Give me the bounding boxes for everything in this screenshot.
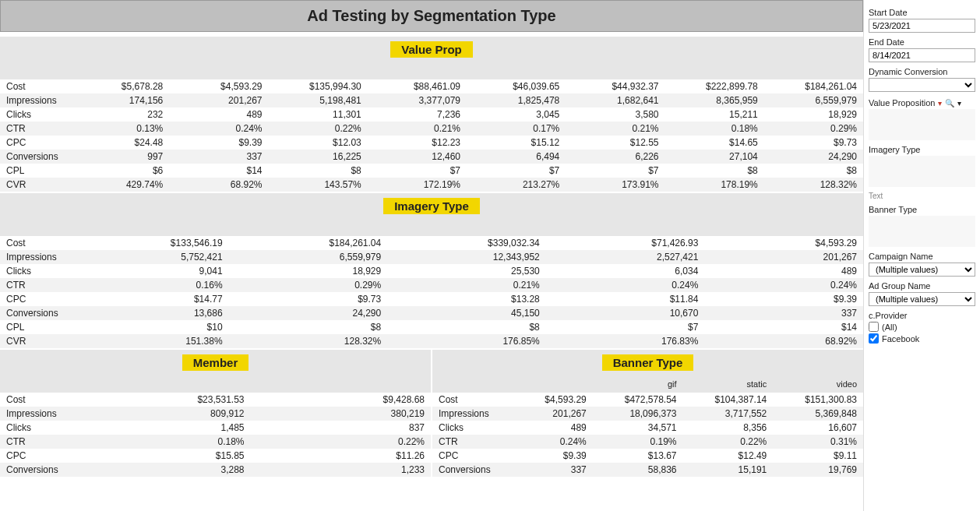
- metric-value: 174,156: [70, 93, 169, 107]
- metric-value: 5,198,481: [269, 93, 368, 107]
- metric-value: 12,460: [368, 150, 467, 164]
- filter-icon[interactable]: ▾: [938, 99, 942, 107]
- metric-label: Cost: [432, 393, 502, 407]
- table-row: Conversions3,2881,233: [0, 463, 431, 477]
- metric-value: 172.19%: [368, 178, 467, 192]
- table-row: Clicks1,485837: [0, 421, 431, 435]
- table-row: Impressions201,26718,096,3733,717,5525,3…: [432, 407, 863, 421]
- metric-value: 232: [70, 107, 169, 122]
- metric-value: 0.29%: [764, 122, 863, 136]
- metric-value: 0.13%: [70, 122, 169, 136]
- metric-value: 15,191: [683, 463, 774, 477]
- metric-value: $10: [70, 320, 229, 334]
- table-row: Impressions174,156201,2675,198,4813,377,…: [0, 93, 863, 107]
- metric-value: $71,426.93: [546, 236, 705, 250]
- table-row: Cost$23,531.53$9,428.68: [0, 393, 431, 407]
- table-row: CPL$6$14$8$7$7$7$8$8: [0, 164, 863, 178]
- value-proposition-box[interactable]: [869, 109, 975, 140]
- metric-value: 0.21%: [387, 278, 546, 292]
- metric-value: 3,717,552: [683, 407, 774, 421]
- metric-value: 16,607: [773, 421, 863, 435]
- metric-value: $13.67: [593, 449, 683, 463]
- metric-value: $222,899.78: [665, 79, 764, 93]
- imagery-type-box[interactable]: [869, 156, 975, 187]
- table-row: CPC$15.85$11.26: [0, 449, 431, 463]
- metric-value: 489: [704, 264, 863, 278]
- metric-value: $8: [764, 164, 863, 178]
- banner-type-box[interactable]: [869, 216, 975, 247]
- chevron-down-icon[interactable]: ▾: [957, 99, 961, 107]
- metric-value: $151,300.83: [773, 393, 863, 407]
- metric-value: $13.28: [387, 292, 546, 306]
- metric-value: $12.55: [566, 136, 664, 150]
- metric-label: Conversions: [432, 463, 502, 477]
- metric-value: 176.85%: [387, 334, 546, 348]
- metric-value: $184,261.04: [764, 79, 863, 93]
- dynamic-conversion-select[interactable]: [869, 78, 975, 92]
- metric-value: 12,343,952: [387, 250, 546, 264]
- metric-label: CPC: [0, 449, 70, 463]
- metric-value: 3,045: [467, 107, 566, 122]
- campaign-name-select[interactable]: (Multiple values): [869, 263, 975, 277]
- metric-value: $8: [387, 320, 546, 334]
- start-date-label: Start Date: [869, 8, 975, 17]
- metric-value: 6,494: [467, 150, 566, 164]
- metric-value: 0.22%: [683, 435, 774, 449]
- metric-value: $8: [269, 164, 368, 178]
- metric-value: $7: [467, 164, 566, 178]
- dynamic-conversion-label: Dynamic Conversion: [869, 67, 975, 76]
- value-proposition-label: Value Proposition: [869, 98, 935, 107]
- filter-sidebar: Start Date End Date Dynamic Conversion V…: [863, 0, 980, 511]
- metric-value: 34,571: [593, 421, 683, 435]
- table-row: CTR0.24%0.19%0.22%0.31%: [432, 435, 863, 449]
- banner-table: gif static video Cost$4,593.29$472,578.5…: [432, 375, 863, 477]
- metric-value: 0.24%: [704, 278, 863, 292]
- metric-value: 15,211: [665, 107, 764, 122]
- provider-label: c.Provider: [869, 311, 975, 320]
- metric-value: $7: [368, 164, 467, 178]
- metric-label: Impressions: [432, 407, 502, 421]
- metric-value: 3,580: [566, 107, 664, 122]
- metric-value: 1,825,478: [467, 93, 566, 107]
- metric-label: Clicks: [0, 421, 70, 435]
- end-date-input[interactable]: [869, 48, 975, 62]
- metric-value: $14.65: [665, 136, 764, 150]
- metric-value: 337: [704, 306, 863, 320]
- page-title: Ad Testing by Segmentation Type: [0, 0, 863, 32]
- metric-value: $135,994.30: [269, 79, 368, 93]
- metric-value: 68.92%: [169, 178, 268, 192]
- provider-all-checkbox[interactable]: [869, 322, 879, 332]
- metric-value: 6,034: [546, 264, 705, 278]
- metric-value: $8: [665, 164, 764, 178]
- table-row: CTR0.18%0.22%: [0, 435, 431, 449]
- metric-value: $12.49: [683, 449, 774, 463]
- banner-pill: Banner Type: [602, 354, 694, 371]
- metric-value: 24,290: [229, 306, 388, 320]
- table-row: Cost$4,593.29$472,578.54$104,387.14$151,…: [432, 393, 863, 407]
- table-row: CTR0.16%0.29%0.21%0.24%0.24%: [0, 278, 863, 292]
- metric-label: CTR: [0, 122, 70, 136]
- metric-value: 0.24%: [546, 278, 705, 292]
- metric-value: 201,267: [704, 250, 863, 264]
- banner-type-label: Banner Type: [869, 205, 975, 214]
- ad-group-name-select[interactable]: (Multiple values): [869, 292, 975, 306]
- search-icon[interactable]: 🔍: [945, 99, 954, 107]
- metric-value: 10,670: [546, 306, 705, 320]
- metric-value: 0.22%: [251, 435, 432, 449]
- table-row: Cost$133,546.19$184,261.04$339,032.34$71…: [0, 236, 863, 250]
- metric-value: $14: [169, 164, 268, 178]
- metric-value: 19,769: [773, 463, 863, 477]
- table-row: Impressions809,912380,219: [0, 407, 431, 421]
- metric-value: 58,836: [593, 463, 683, 477]
- start-date-input[interactable]: [869, 19, 975, 33]
- metric-label: Impressions: [0, 93, 70, 107]
- table-row: CPL$10$8$8$7$14: [0, 320, 863, 334]
- table-row: Conversions99733716,22512,4606,4946,2262…: [0, 150, 863, 164]
- metric-value: 0.16%: [70, 278, 229, 292]
- provider-facebook-checkbox[interactable]: [869, 333, 879, 344]
- metric-value: $4,593.29: [169, 79, 268, 93]
- metric-label: Cost: [0, 236, 70, 250]
- metric-value: 337: [502, 463, 593, 477]
- metric-label: CPC: [432, 449, 502, 463]
- metric-label: CTR: [0, 278, 70, 292]
